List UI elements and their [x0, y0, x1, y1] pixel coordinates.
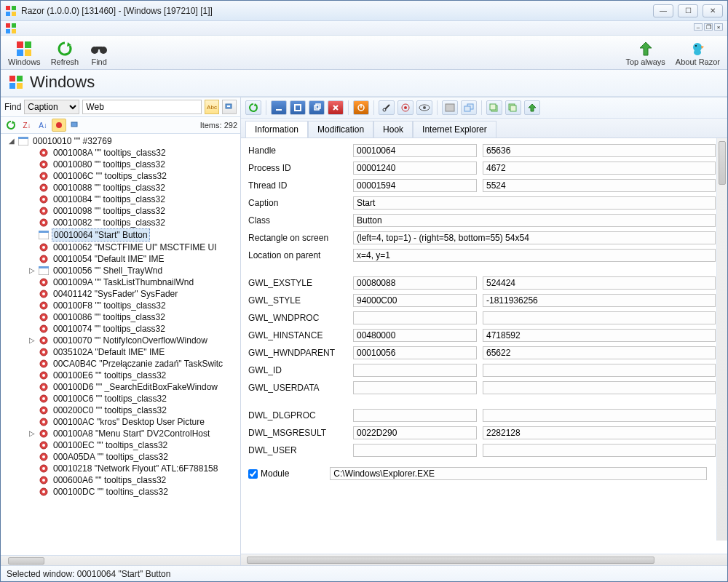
tree-root[interactable]: ◢ 00010010 "" #32769	[7, 135, 240, 147]
tree-node[interactable]: 000100F8 "" tooltips_class32	[27, 300, 240, 311]
tree-node[interactable]: 00401142 "SysFader" SysFader	[27, 288, 240, 300]
gwlid-hex[interactable]	[353, 364, 477, 377]
target-button[interactable]	[397, 100, 414, 115]
power-button[interactable]	[353, 100, 369, 115]
module-path[interactable]: C:\Windows\Explorer.EXE	[330, 467, 707, 480]
style-hex[interactable]: 94000C00	[353, 294, 477, 307]
single-window-button[interactable]	[442, 100, 458, 115]
find-mode-select[interactable]: Caption	[24, 100, 79, 114]
tree-node[interactable]: 0001009A "" TaskListThumbnailWnd	[27, 276, 240, 288]
crosshair-button[interactable]	[379, 100, 395, 115]
refresh-info-button[interactable]	[245, 100, 261, 115]
userdata-hex[interactable]	[353, 381, 477, 394]
tab-information[interactable]: Information	[245, 121, 308, 138]
pid-hex[interactable]: 00001240	[353, 162, 477, 175]
tree-view[interactable]: ◢ 00010010 "" #32769 0001008A "" tooltip…	[1, 134, 240, 555]
hinstance-dec[interactable]: 4718592	[483, 329, 716, 342]
tab-internet-explorer[interactable]: Internet Explorer	[413, 121, 496, 138]
dlgproc-hex[interactable]	[353, 409, 477, 422]
ribbon-windows-button[interactable]: Windows	[8, 40, 41, 66]
bring-front-button[interactable]	[486, 100, 502, 115]
toggle-list-button[interactable]	[68, 119, 82, 132]
hinstance-hex[interactable]: 00480000	[353, 329, 477, 342]
handle-hex[interactable]: 00010064	[353, 144, 477, 157]
find-match-case-button[interactable]: Abc	[205, 100, 219, 114]
wndproc-hex[interactable]	[353, 311, 477, 324]
tab-modification[interactable]: Modification	[308, 121, 373, 138]
tree-node[interactable]: 0001008A "" tooltips_class32	[27, 147, 240, 159]
send-back-button[interactable]	[505, 100, 521, 115]
tree-node[interactable]: 00010086 "" tooltips_class32	[27, 311, 240, 323]
ribbon-refresh-button[interactable]: Refresh	[51, 40, 79, 66]
loc-value[interactable]: x=4, y=1	[353, 249, 716, 262]
dlgproc-dec[interactable]	[483, 409, 716, 422]
minimize-target-button[interactable]	[271, 100, 287, 115]
expand-icon[interactable]: ▷	[28, 265, 36, 276]
mdi-close-button[interactable]: ×	[714, 23, 723, 31]
right-horizontal-scrollbar[interactable]	[241, 554, 727, 565]
mdi-restore-button[interactable]: ❐	[704, 23, 713, 31]
rect-value[interactable]: (left=4, top=1) - (right=58, bottom=55) …	[353, 231, 716, 244]
maximize-button[interactable]: ☐	[678, 4, 698, 17]
maximize-target-button[interactable]	[290, 100, 306, 115]
tree-node[interactable]: 00010054 "Default IME" IME	[27, 253, 240, 265]
style-dec[interactable]: -1811936256	[483, 294, 716, 307]
exstyle-dec[interactable]: 524424	[483, 276, 716, 290]
tree-node[interactable]: 00010064 "Start" Button	[27, 228, 240, 242]
tab-hook[interactable]: Hook	[373, 121, 413, 138]
horizontal-scrollbar[interactable]	[1, 555, 240, 565]
tree-node[interactable]: 0035102A "Default IME" IME	[27, 346, 240, 358]
tree-node[interactable]: 000100AC "kros" Desktop User Picture	[27, 416, 240, 428]
msgresult-hex[interactable]: 0022D290	[353, 426, 477, 439]
exstyle-hex[interactable]: 00080088	[353, 276, 477, 290]
sort-za-button[interactable]: A↓	[36, 119, 50, 132]
top-most-button[interactable]	[524, 100, 540, 115]
close-target-button[interactable]	[328, 100, 344, 115]
hwndparent-hex[interactable]: 00010056	[353, 346, 477, 359]
sort-az-button[interactable]: Z↓	[20, 119, 34, 132]
tid-hex[interactable]: 00001594	[353, 179, 477, 192]
gwlid-dec[interactable]	[483, 364, 716, 377]
tree-node[interactable]: 000100E6 "" tooltips_class32	[27, 370, 240, 381]
restore-target-button[interactable]	[309, 100, 325, 115]
dwluser-dec[interactable]	[483, 444, 716, 457]
tree-node[interactable]: 00010088 "" tooltips_class32	[27, 182, 240, 194]
msgresult-dec[interactable]: 2282128	[483, 426, 716, 439]
mdi-minimize-button[interactable]: –	[694, 23, 703, 31]
hwndparent-dec[interactable]: 65622	[483, 346, 716, 359]
tree-node[interactable]: 000100EC "" tooltips_class32	[27, 439, 240, 451]
ribbon-about-button[interactable]: About Razor	[676, 40, 720, 66]
tree-node[interactable]: 000A05DA "" tooltips_class32	[27, 451, 240, 463]
tree-node[interactable]: 000100DC "" tooltins_class32	[27, 486, 240, 498]
class-value[interactable]: Button	[353, 214, 716, 227]
collapse-icon[interactable]: ◢	[8, 135, 15, 147]
userdata-dec[interactable]	[483, 381, 716, 394]
highlight-button[interactable]	[52, 119, 66, 132]
handle-dec[interactable]: 65636	[483, 144, 716, 157]
tree-node[interactable]: 00010082 "" tooltips_class32	[27, 217, 240, 228]
refresh-tree-button[interactable]	[4, 119, 18, 132]
tree-node[interactable]: 00010080 "" tooltips_class32	[27, 159, 240, 170]
pid-dec[interactable]: 4672	[483, 162, 716, 175]
tree-node[interactable]: 00CA0B4C "Przełączanie zadań" TaskSwitc	[27, 358, 240, 370]
tree-node[interactable]: 00010218 "Network Flyout" ATL:6F788158	[27, 463, 240, 474]
module-checkbox[interactable]: Module	[248, 469, 289, 479]
tree-node[interactable]: ▷000100A8 "Menu Start" DV2ControlHost	[27, 428, 240, 439]
cascade-button[interactable]	[461, 100, 477, 115]
find-go-button[interactable]	[222, 100, 237, 114]
eye-button[interactable]	[416, 100, 432, 115]
tree-node[interactable]: 000200C0 "" tooltips_class32	[27, 404, 240, 416]
tree-node[interactable]: ▷00010070 "" NotifyIconOverflowWindow	[27, 335, 240, 346]
tree-node[interactable]: 00010074 "" tooltips_class32	[27, 323, 240, 335]
expand-icon[interactable]: ▷	[28, 428, 36, 439]
ribbon-find-button[interactable]: Find	[89, 40, 109, 66]
close-button[interactable]: ✕	[703, 4, 723, 17]
caption-value[interactable]: Start	[353, 196, 716, 210]
tree-node[interactable]: 000100D6 "" _SearchEditBoxFakeWindow	[27, 381, 240, 393]
minimize-button[interactable]: —	[653, 4, 673, 17]
wndproc-dec[interactable]	[483, 311, 716, 324]
ribbon-top-always-button[interactable]: Top always	[625, 40, 665, 66]
tree-node[interactable]: ▷00010056 "" Shell_TrayWnd	[27, 265, 240, 276]
tree-node[interactable]: 00010084 "" tooltips_class32	[27, 194, 240, 205]
dwluser-hex[interactable]	[353, 444, 477, 457]
